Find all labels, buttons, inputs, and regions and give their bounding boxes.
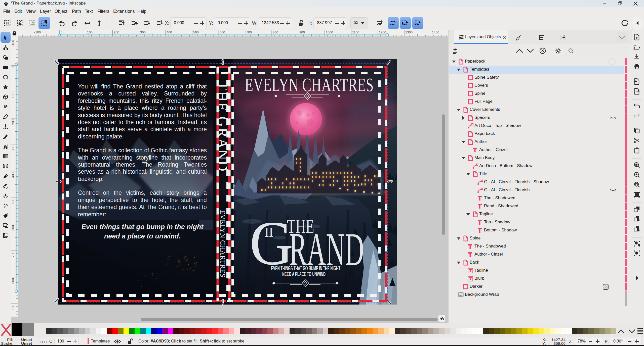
svg-text:II: II [265, 225, 273, 239]
svg-text:1100: 1100 [352, 30, 359, 34]
svg-text:100: 100 [87, 30, 93, 34]
svg-text:EVELYN CHARTRES: EVELYN CHARTRES [219, 210, 227, 277]
svg-text:1300: 1300 [405, 30, 413, 34]
svg-text:600: 600 [11, 225, 15, 231]
svg-text:400: 400 [11, 172, 15, 178]
svg-text:900: 900 [11, 305, 15, 310]
svg-text:0: 0 [61, 30, 62, 34]
svg-text:500: 500 [193, 30, 199, 34]
svg-text:1000: 1000 [326, 30, 333, 34]
svg-text:100: 100 [11, 93, 15, 98]
svg-text:800: 800 [273, 30, 278, 34]
svg-text:800: 800 [11, 278, 15, 284]
svg-text:700: 700 [246, 30, 252, 34]
svg-text:1400: 1400 [432, 30, 439, 34]
svg-text:1200: 1200 [379, 30, 386, 34]
svg-text:NEED A PLACE TO UNWIND: NEED A PLACE TO UNWIND [282, 271, 326, 277]
svg-text:900: 900 [299, 30, 305, 34]
svg-text:300: 300 [140, 30, 146, 34]
svg-text:500: 500 [11, 199, 15, 204]
svg-text:700: 700 [11, 252, 15, 257]
svg-text:-100: -100 [34, 30, 41, 34]
svg-text:0: 0 [11, 66, 15, 68]
svg-text:200: 200 [11, 119, 15, 125]
svg-text:400: 400 [167, 30, 172, 34]
svg-text:200: 200 [114, 30, 119, 34]
svg-text:300: 300 [11, 146, 15, 151]
svg-text:600: 600 [220, 30, 225, 34]
svg-text:EVELYN CHARTRES: EVELYN CHARTRES [245, 74, 374, 95]
svg-text:-100: -100 [11, 40, 15, 46]
